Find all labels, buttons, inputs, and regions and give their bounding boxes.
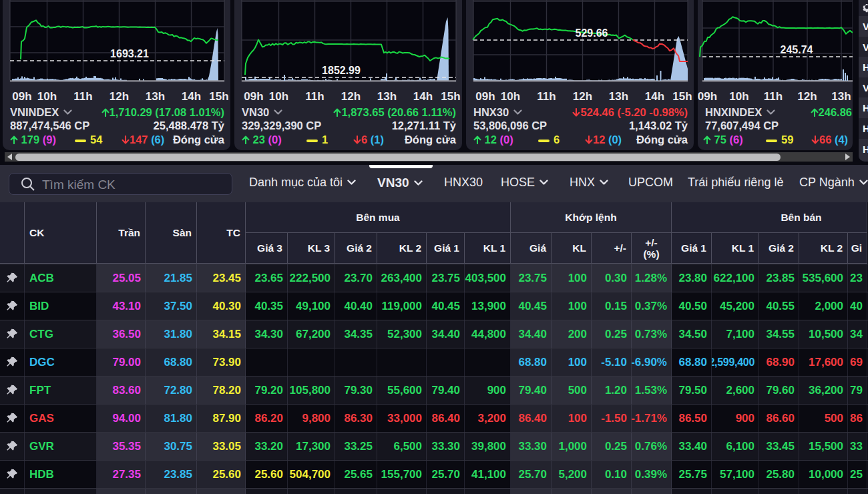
svg-text:245.74: 245.74 xyxy=(781,44,813,55)
svg-text:1693.21: 1693.21 xyxy=(110,48,149,59)
svg-text:529.66: 529.66 xyxy=(576,27,608,39)
svg-text:1852.99: 1852.99 xyxy=(322,65,361,76)
